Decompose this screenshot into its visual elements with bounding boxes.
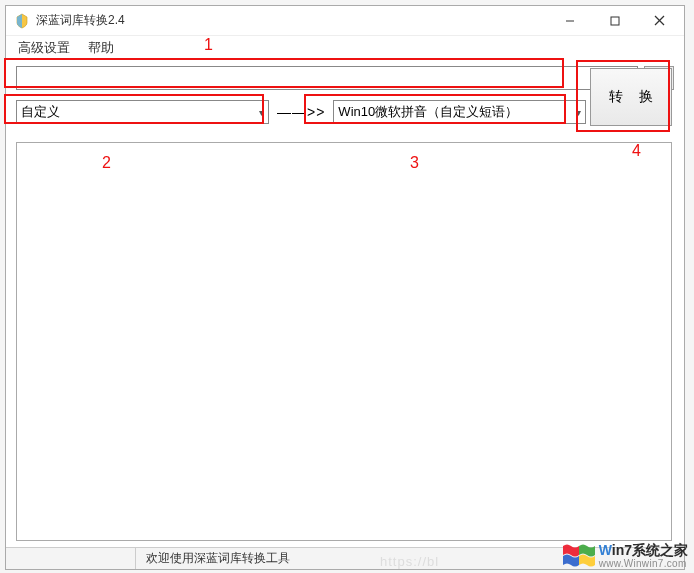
output-textarea[interactable] — [16, 142, 672, 541]
file-path-input[interactable] — [16, 66, 638, 90]
statusbar-cell — [6, 548, 136, 569]
convert-button[interactable]: 转 换 — [590, 68, 672, 126]
arrow-label: ——>> — [275, 104, 327, 120]
target-format-dropdown[interactable]: Win10微软拼音（自定义短语） ▾ — [333, 100, 586, 124]
source-format-value: 自定义 — [21, 103, 255, 121]
app-icon — [14, 13, 30, 29]
menu-advanced[interactable]: 高级设置 — [18, 39, 70, 57]
status-message: 欢迎使用深蓝词库转换工具 — [136, 550, 684, 567]
window-buttons — [547, 7, 682, 35]
content-area: ... 自定义 ▾ ——>> Win10微软拼音（自定义短语） ▾ 转 换 1 … — [6, 60, 684, 547]
minimize-button[interactable] — [547, 7, 592, 35]
svg-rect-1 — [611, 17, 619, 25]
chevron-down-icon: ▾ — [572, 107, 581, 118]
app-window: 深蓝词库转换2.4 高级设置 帮助 ... 自定义 ▾ — [5, 5, 685, 570]
maximize-button[interactable] — [592, 7, 637, 35]
titlebar: 深蓝词库转换2.4 — [6, 6, 684, 36]
file-row: ... — [16, 66, 674, 90]
target-format-value: Win10微软拼音（自定义短语） — [338, 103, 572, 121]
menubar: 高级设置 帮助 — [6, 36, 684, 60]
window-title: 深蓝词库转换2.4 — [36, 12, 547, 29]
format-row: 自定义 ▾ ——>> Win10微软拼音（自定义短语） ▾ — [16, 100, 674, 124]
chevron-down-icon: ▾ — [255, 107, 264, 118]
source-format-dropdown[interactable]: 自定义 ▾ — [16, 100, 269, 124]
menu-help[interactable]: 帮助 — [88, 39, 114, 57]
statusbar: 欢迎使用深蓝词库转换工具 — [6, 547, 684, 569]
close-button[interactable] — [637, 7, 682, 35]
